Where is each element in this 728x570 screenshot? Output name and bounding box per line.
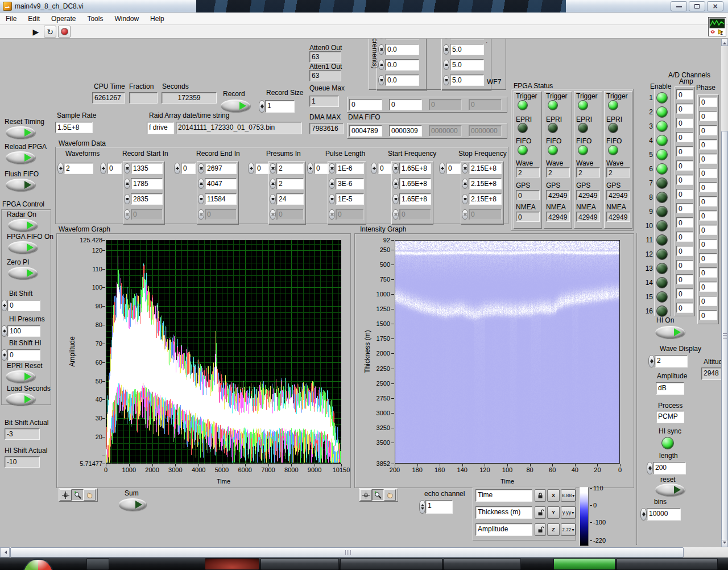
taskbar-button-2[interactable]: [260, 558, 339, 570]
phase-input-3[interactable]: 0: [699, 139, 717, 150]
amplitude-mode-input[interactable]: dB: [656, 382, 684, 395]
spinner[interactable]: [378, 75, 384, 85]
horizontal-scroll-thumb[interactable]: [10, 547, 684, 557]
phase-input-6[interactable]: 0: [699, 182, 717, 192]
spinner[interactable]: [371, 163, 377, 174]
taskbar-icon-1[interactable]: [86, 558, 109, 570]
queue-cell-0[interactable]: 0: [349, 99, 382, 110]
taskbar-button-4[interactable]: [444, 558, 521, 570]
amp-input-8[interactable]: 0: [676, 203, 693, 213]
column-index-0[interactable]: 0: [107, 163, 122, 174]
increment-b-3[interactable]: 5.0: [450, 75, 484, 86]
phase-input-13[interactable]: 0: [699, 282, 717, 292]
amp-input-14[interactable]: 0: [676, 288, 693, 299]
axis-name-2[interactable]: Amplitude: [475, 523, 532, 536]
menu-item-tools[interactable]: Tools: [81, 13, 109, 25]
spinner[interactable]: [640, 508, 647, 521]
title-bar[interactable]: main4v9_8_ch_DC8.vi ×: [0, 0, 728, 13]
record-size-spinner[interactable]: [259, 100, 265, 113]
spinner[interactable]: [57, 163, 64, 174]
bins-input[interactable]: 10000: [647, 508, 681, 521]
epri-led-0[interactable]: [518, 123, 528, 133]
axis-name-1[interactable]: Thickness (m): [475, 506, 532, 519]
phase-input-9[interactable]: 0: [699, 225, 717, 235]
spinner[interactable]: [329, 179, 335, 189]
fifo-led-2[interactable]: [578, 145, 588, 155]
cell-presums-in-1[interactable]: 2: [276, 178, 304, 189]
spinner[interactable]: [392, 179, 399, 189]
spinner[interactable]: [443, 60, 449, 70]
epri-led-1[interactable]: [548, 123, 558, 133]
increment-b-2[interactable]: 5.0: [450, 59, 484, 71]
cell-record-end-in-2[interactable]: 11584: [205, 193, 237, 205]
toggle-fpga-fifo-on[interactable]: [8, 241, 38, 254]
zoom-tool-icon[interactable]: [372, 489, 384, 501]
spinner[interactable]: [392, 194, 399, 204]
spinner[interactable]: [419, 500, 425, 514]
axis-lock-button-closed[interactable]: [535, 489, 546, 502]
taskbar-button-active[interactable]: [553, 558, 615, 570]
record-size-input[interactable]: 1: [265, 100, 295, 113]
horizontal-scrollbar[interactable]: [0, 547, 728, 557]
axis-name-0[interactable]: Time: [475, 489, 532, 502]
fifo-led-3[interactable]: [608, 145, 618, 155]
spinner[interactable]: [198, 209, 204, 220]
axis-scale-button-y[interactable]: Y: [547, 506, 560, 519]
spinner[interactable]: [462, 163, 468, 174]
epri-led-3[interactable]: [608, 123, 618, 133]
intensity-plot-canvas[interactable]: [395, 240, 620, 464]
channel-enable-led-10[interactable]: [656, 234, 668, 246]
hi-sync-led[interactable]: [661, 437, 674, 449]
amp-input-3[interactable]: 0: [676, 132, 693, 142]
cell-stop-frequency-1[interactable]: 2.15E+8: [469, 178, 502, 189]
column-index-1[interactable]: 0: [181, 163, 196, 174]
increment-a-2[interactable]: 0.0: [385, 59, 419, 71]
menu-item-edit[interactable]: Edit: [22, 13, 46, 25]
increment-b-1[interactable]: 5.0: [450, 44, 484, 55]
wave-display-input[interactable]: 2: [655, 355, 688, 367]
crosshair-tool-icon[interactable]: [360, 489, 372, 501]
phase-input-15[interactable]: 0: [699, 310, 717, 320]
zoom-tool-icon[interactable]: [72, 489, 84, 501]
cell-presums-in-2[interactable]: 24: [276, 193, 304, 205]
toggle-zero-pi[interactable]: [8, 267, 38, 279]
spinner[interactable]: [270, 163, 276, 174]
waveforms-input[interactable]: 2: [64, 163, 93, 174]
run-button[interactable]: ▶: [30, 26, 42, 38]
phase-input-1[interactable]: 0: [699, 111, 717, 121]
pan-tool-icon[interactable]: [384, 489, 396, 501]
spinner[interactable]: [124, 163, 130, 174]
menu-item-help[interactable]: Help: [144, 13, 170, 25]
increment-a-1[interactable]: 0.0: [385, 44, 419, 55]
phase-input-2[interactable]: 0: [699, 125, 717, 135]
spinner[interactable]: [270, 194, 276, 204]
spinner[interactable]: [1, 349, 7, 361]
spinner[interactable]: [270, 179, 276, 189]
scroll-down-arrow[interactable]: [721, 540, 728, 547]
channel-enable-led-6[interactable]: [656, 177, 668, 189]
cell-record-end-in-1[interactable]: 4047: [205, 178, 237, 189]
amp-input-15[interactable]: 0: [676, 303, 693, 313]
spinner[interactable]: [100, 163, 106, 174]
phase-input-10[interactable]: 0: [699, 239, 717, 249]
input-hi-presums[interactable]: 100: [7, 325, 40, 337]
vertical-scroll-thumb[interactable]: [721, 131, 728, 540]
spinner[interactable]: [378, 44, 384, 55]
spinner[interactable]: [392, 163, 399, 174]
waveform-graph-palette[interactable]: [59, 488, 98, 502]
abort-button[interactable]: [58, 26, 71, 38]
amp-input-9[interactable]: 0: [676, 217, 693, 228]
toggle-reset-timing[interactable]: [6, 126, 35, 139]
amp-input-13[interactable]: 0: [676, 274, 693, 284]
channel-enable-led-2[interactable]: [656, 121, 668, 132]
toggle-load-seconds[interactable]: [6, 393, 35, 406]
fifo-led-1[interactable]: [548, 145, 558, 155]
axis-format-button-1[interactable]: y.yy: [561, 506, 576, 519]
channel-enable-led-5[interactable]: [656, 163, 668, 175]
spinner[interactable]: [439, 163, 445, 174]
vertical-scrollbar[interactable]: [721, 39, 728, 547]
channel-enable-led-15[interactable]: [656, 305, 668, 317]
channel-enable-led-9[interactable]: [656, 220, 668, 232]
channel-enable-led-12[interactable]: [656, 263, 668, 274]
toggle-reload-fpga[interactable]: [6, 151, 35, 164]
